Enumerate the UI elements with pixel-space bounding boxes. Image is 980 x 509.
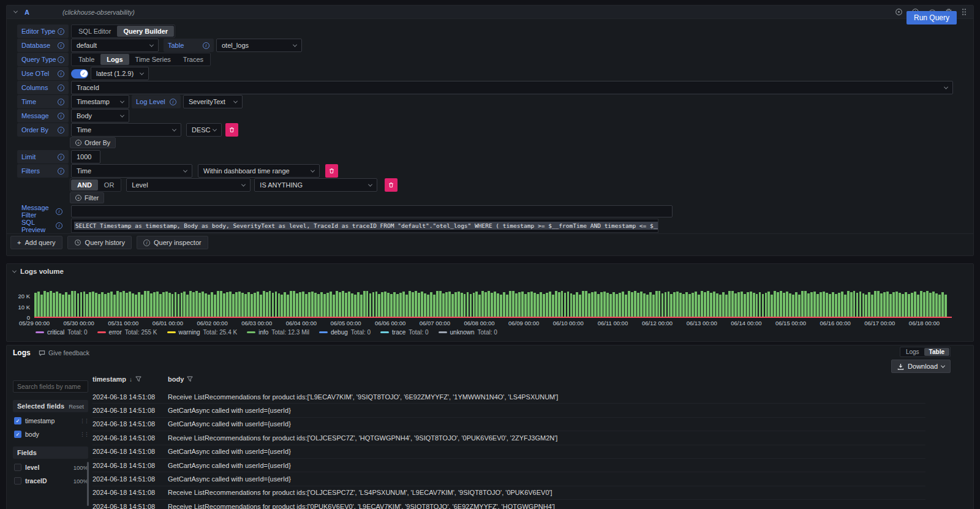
volume-bar <box>579 295 581 318</box>
volume-bar <box>293 291 295 318</box>
sub-filter-field-select[interactable]: Level <box>126 178 251 192</box>
info-icon[interactable] <box>203 42 209 49</box>
checkbox-checked[interactable]: ✓ <box>14 431 21 438</box>
volume-bar <box>333 295 335 318</box>
volume-bar <box>628 291 630 318</box>
log-row[interactable]: 2024-06-18 14:51:08GetCartAsync called w… <box>92 418 925 431</box>
tab-or[interactable]: OR <box>98 179 121 190</box>
legend-item-unknown[interactable]: unknownTotal: 0 <box>439 329 497 336</box>
volume-bar <box>558 292 560 318</box>
checkbox-unchecked[interactable] <box>14 464 21 471</box>
info-icon[interactable] <box>58 99 64 105</box>
use-otel-toggle[interactable]: ✓ <box>71 69 88 78</box>
plus-icon: + <box>17 239 21 246</box>
volume-bar <box>892 292 895 318</box>
download-button[interactable]: Download <box>891 360 951 373</box>
legend-item-critical[interactable]: criticalTotal: 0 <box>36 329 88 336</box>
limit-input[interactable] <box>71 150 100 164</box>
log-level-select[interactable]: SeverityText <box>183 95 243 108</box>
tab-sql-editor[interactable]: SQL Editor <box>72 26 117 37</box>
columns-multiselect[interactable]: TraceId <box>71 81 953 94</box>
log-row[interactable]: 2024-06-18 14:51:08Receive ListRecommend… <box>92 486 925 500</box>
remove-sub-filter-button[interactable] <box>385 178 398 192</box>
message-filter-input[interactable] <box>71 205 673 217</box>
drag-handle-icon[interactable]: ⋮⋮ <box>80 418 88 424</box>
database-select[interactable]: default <box>71 39 159 52</box>
volume-bar <box>129 292 131 318</box>
reset-fields-button[interactable]: Reset <box>69 403 84 410</box>
legend-item-error[interactable]: errorTotal: 255 K <box>97 329 157 336</box>
add-query-button[interactable]: +Add query <box>10 236 62 249</box>
run-query-button[interactable]: Run Query <box>907 11 957 25</box>
log-row[interactable]: 2024-06-18 14:51:08Receive ListRecommend… <box>92 431 925 445</box>
sort-desc-icon[interactable]: ↓ <box>129 376 132 383</box>
log-row[interactable]: 2024-06-18 14:51:08GetCartAsync called w… <box>92 445 925 459</box>
log-row[interactable]: 2024-06-18 14:51:08GetCartAsync called w… <box>92 404 925 417</box>
add-order-by-button[interactable]: Order By <box>70 137 116 148</box>
volume-bar <box>168 293 171 318</box>
drag-handle-icon[interactable]: ⋮⋮ <box>80 431 88 437</box>
checkbox-unchecked[interactable] <box>14 477 21 484</box>
volume-bar <box>86 294 88 318</box>
query-inspector-button[interactable]: Query inspector <box>137 236 208 249</box>
volume-bar <box>685 292 688 318</box>
volume-bar <box>284 292 286 318</box>
table-select[interactable]: otel_logs <box>216 39 302 52</box>
remove-filter-button[interactable] <box>325 164 338 178</box>
info-icon[interactable] <box>58 127 64 134</box>
log-row[interactable]: 2024-06-18 14:51:08Receive ListRecommend… <box>92 500 925 509</box>
info-icon[interactable] <box>58 70 64 77</box>
info-icon[interactable] <box>58 154 64 160</box>
tab-table[interactable]: Table <box>924 348 949 356</box>
otel-version-select[interactable]: latest (1.2.9) <box>91 67 149 80</box>
legend-item-trace[interactable]: traceTotal: 0 <box>380 329 428 336</box>
tab-logs[interactable]: Logs <box>901 348 924 356</box>
order-by-direction-select[interactable]: DESC <box>186 123 222 137</box>
info-icon[interactable] <box>58 168 64 175</box>
drag-handle-icon[interactable] <box>961 8 967 16</box>
legend-item-info[interactable]: infoTotal: 12.3 Mil <box>247 329 309 336</box>
log-row[interactable]: 2024-06-18 14:51:08GetCartAsync called w… <box>92 472 925 486</box>
sidebar-scrollbar[interactable] <box>87 462 89 506</box>
info-icon[interactable] <box>58 56 64 63</box>
filter-field-select[interactable]: Time <box>71 164 192 178</box>
message-column-select[interactable]: Body <box>71 109 129 123</box>
volume-bar <box>826 293 828 318</box>
info-icon[interactable] <box>58 42 64 49</box>
give-feedback-link[interactable]: Give feedback <box>39 349 89 356</box>
add-filter-button[interactable]: Filter <box>70 192 104 203</box>
filter-condition-select[interactable]: Within dashboard time range <box>198 164 320 178</box>
tab-logs[interactable]: Logs <box>100 54 129 65</box>
tab-query-builder[interactable]: Query Builder <box>117 26 174 37</box>
timestamp-column-header[interactable]: timestamp <box>92 375 126 383</box>
copy-icon[interactable] <box>895 8 903 16</box>
filter-funnel-icon[interactable] <box>135 376 141 382</box>
info-icon[interactable] <box>58 28 64 35</box>
info-icon[interactable] <box>58 113 64 119</box>
info-icon[interactable] <box>170 99 176 105</box>
tab-traces[interactable]: Traces <box>177 54 209 65</box>
logs-volume-header[interactable]: Logs volume <box>7 264 973 275</box>
tab-and[interactable]: AND <box>71 179 98 190</box>
body-column-header[interactable]: body <box>168 375 184 383</box>
info-icon[interactable] <box>58 85 64 91</box>
log-row[interactable]: 2024-06-18 14:51:08Receive ListRecommend… <box>92 390 925 404</box>
sub-filter-operator-select[interactable]: IS ANYTHING <box>254 178 377 192</box>
query-history-button[interactable]: Query history <box>67 236 132 249</box>
remove-order-by-button[interactable] <box>225 123 238 137</box>
info-icon[interactable] <box>56 222 62 229</box>
time-column-select[interactable]: Timestamp <box>71 95 129 108</box>
info-icon[interactable] <box>56 208 62 215</box>
legend-item-debug[interactable]: debugTotal: 0 <box>319 329 371 336</box>
volume-bar <box>217 291 219 318</box>
order-by-field-select[interactable]: Time <box>71 123 181 137</box>
volume-bar <box>138 292 140 318</box>
legend-item-warning[interactable]: warningTotal: 25.4 K <box>167 329 238 336</box>
tab-time-series[interactable]: Time Series <box>129 54 177 65</box>
filter-funnel-icon[interactable] <box>187 376 193 382</box>
fields-search-input[interactable] <box>13 380 88 393</box>
checkbox-checked[interactable]: ✓ <box>14 417 21 424</box>
log-row[interactable]: 2024-06-18 14:51:08GetCartAsync called w… <box>92 459 925 472</box>
collapse-chevron-icon[interactable] <box>13 9 18 13</box>
tab-table[interactable]: Table <box>72 54 100 65</box>
